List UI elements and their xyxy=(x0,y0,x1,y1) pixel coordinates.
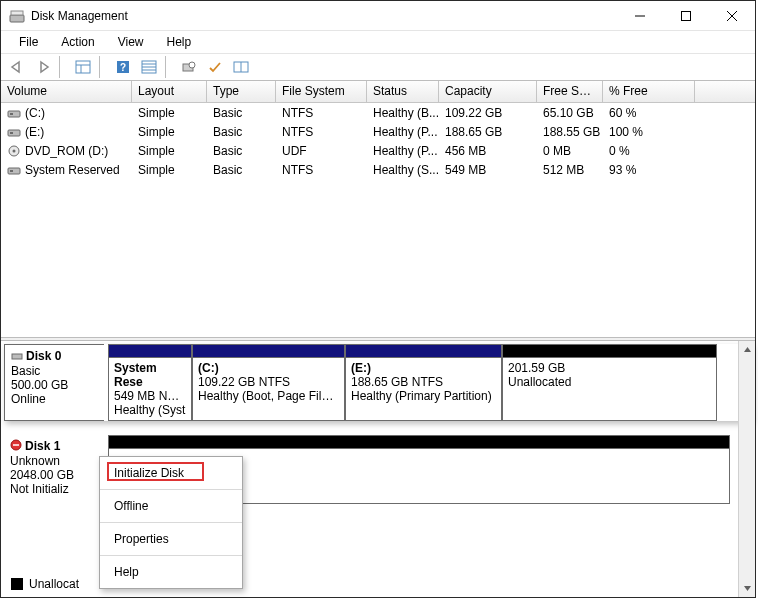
disk-1-size: 2048.00 GB xyxy=(10,468,74,482)
svg-rect-19 xyxy=(8,111,20,117)
legend-swatch-black xyxy=(11,578,23,590)
volume-icon xyxy=(7,164,21,176)
disk-0-size: 500.00 GB xyxy=(11,378,68,392)
help-button[interactable]: ? xyxy=(111,56,135,78)
scroll-up-button[interactable] xyxy=(739,341,755,358)
svg-rect-1 xyxy=(11,11,23,15)
maximize-button[interactable] xyxy=(663,1,709,30)
disk-0-name: Disk 0 xyxy=(26,349,61,363)
refresh-button[interactable] xyxy=(177,56,201,78)
titlebar: Disk Management xyxy=(1,1,755,31)
partition-box[interactable]: System Rese549 MB NTFSHealthy (Syst xyxy=(108,358,192,421)
header-percent[interactable]: % Free xyxy=(603,81,695,102)
partition-box[interactable]: (E:)188.65 GB NTFSHealthy (Primary Parti… xyxy=(345,358,502,421)
partition-box[interactable]: 201.59 GBUnallocated xyxy=(502,358,717,421)
ctx-initialize-disk[interactable]: Initialize Disk xyxy=(100,459,242,487)
ctx-properties[interactable]: Properties xyxy=(100,525,242,553)
window-controls xyxy=(617,1,755,30)
toolbar: ? xyxy=(1,53,755,81)
minimize-button[interactable] xyxy=(617,1,663,30)
volume-list[interactable]: (C:)SimpleBasicNTFSHealthy (B...109.22 G… xyxy=(1,103,755,337)
svg-rect-20 xyxy=(10,113,13,115)
volume-row[interactable]: (E:)SimpleBasicNTFSHealthy (P...188.65 G… xyxy=(1,122,755,141)
svg-rect-27 xyxy=(12,354,22,359)
svg-rect-6 xyxy=(76,61,90,73)
header-type[interactable]: Type xyxy=(207,81,276,102)
volume-list-header: Volume Layout Type File System Status Ca… xyxy=(1,81,755,103)
disk-0-row[interactable]: Disk 0 Basic 500.00 GB Online System Res… xyxy=(4,344,752,421)
vertical-scrollbar[interactable] xyxy=(738,341,755,597)
toolbar-separator xyxy=(99,56,107,78)
show-hide-console-button[interactable] xyxy=(71,56,95,78)
svg-rect-0 xyxy=(10,15,24,22)
svg-rect-25 xyxy=(8,168,20,174)
volume-row[interactable]: System ReservedSimpleBasicNTFSHealthy (S… xyxy=(1,160,755,179)
disk-management-icon xyxy=(9,8,25,24)
svg-point-24 xyxy=(13,150,16,153)
header-layout[interactable]: Layout xyxy=(132,81,207,102)
legend-unallocated: Unallocat xyxy=(11,577,79,591)
disk-error-icon xyxy=(10,439,22,454)
scroll-down-button[interactable] xyxy=(739,580,755,597)
volume-row[interactable]: DVD_ROM (D:)SimpleBasicUDFHealthy (P...4… xyxy=(1,141,755,160)
ctx-separator xyxy=(100,489,242,490)
menu-action[interactable]: Action xyxy=(51,33,104,51)
disk-icon xyxy=(11,349,23,364)
header-status[interactable]: Status xyxy=(367,81,439,102)
disk-0-type: Basic xyxy=(11,364,40,378)
partition-box[interactable]: (C:)109.22 GB NTFSHealthy (Boot, Page Fi… xyxy=(192,358,345,421)
ctx-offline[interactable]: Offline xyxy=(100,492,242,520)
window-title: Disk Management xyxy=(31,9,617,23)
layout-button[interactable] xyxy=(229,56,253,78)
menu-help[interactable]: Help xyxy=(157,33,202,51)
close-button[interactable] xyxy=(709,1,755,30)
disk-0-info[interactable]: Disk 0 Basic 500.00 GB Online xyxy=(4,344,104,421)
ctx-separator xyxy=(100,555,242,556)
menubar: File Action View Help xyxy=(1,31,755,53)
disk-0-status: Online xyxy=(11,392,46,406)
ctx-help[interactable]: Help xyxy=(100,558,242,586)
disk-0-bar: System Rese549 MB NTFSHealthy (Syst(C:)1… xyxy=(108,344,730,421)
check-button[interactable] xyxy=(203,56,227,78)
disk-1-type: Unknown xyxy=(10,454,60,468)
back-button[interactable] xyxy=(5,56,29,78)
volume-row[interactable]: (C:)SimpleBasicNTFSHealthy (B...109.22 G… xyxy=(1,103,755,122)
disk-1-info[interactable]: Disk 1 Unknown 2048.00 GB Not Initializ xyxy=(4,435,104,504)
svg-text:?: ? xyxy=(120,62,126,73)
header-filesystem[interactable]: File System xyxy=(276,81,367,102)
toolbar-separator xyxy=(165,56,173,78)
toolbar-separator xyxy=(59,56,67,78)
volume-icon xyxy=(7,107,21,119)
settings-button[interactable] xyxy=(137,56,161,78)
header-volume[interactable]: Volume xyxy=(1,81,132,102)
header-capacity[interactable]: Capacity xyxy=(439,81,537,102)
svg-rect-26 xyxy=(10,170,13,172)
disk-1-name: Disk 1 xyxy=(25,439,60,453)
volume-icon xyxy=(7,126,21,138)
svg-rect-21 xyxy=(8,130,20,136)
legend-label-unallocated: Unallocat xyxy=(29,577,79,591)
menu-view[interactable]: View xyxy=(108,33,154,51)
context-menu: Initialize Disk Offline Properties Help xyxy=(99,456,243,589)
volume-icon xyxy=(7,145,21,157)
header-free[interactable]: Free Spa... xyxy=(537,81,603,102)
svg-rect-22 xyxy=(10,132,13,134)
menu-file[interactable]: File xyxy=(9,33,48,51)
ctx-separator xyxy=(100,522,242,523)
forward-button[interactable] xyxy=(31,56,55,78)
disk-1-status: Not Initializ xyxy=(10,482,69,496)
svg-point-16 xyxy=(189,62,195,68)
svg-rect-3 xyxy=(682,11,691,20)
